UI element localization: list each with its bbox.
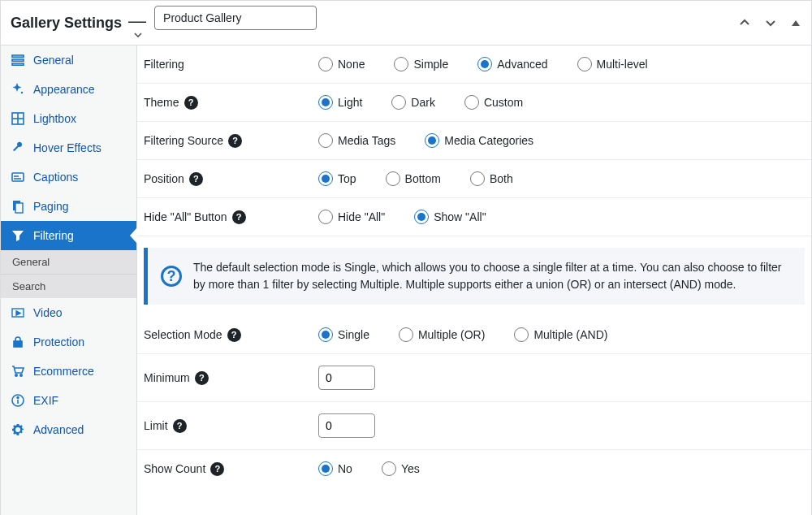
radio-icon	[394, 57, 408, 71]
radio-option[interactable]: Multiple (AND)	[514, 327, 607, 342]
panel-title: Gallery Settings —	[11, 12, 146, 33]
row-show-count: Show Count? NoYes	[137, 450, 811, 487]
sidebar-label: Advanced	[33, 423, 84, 436]
row-minimum: Minimum?	[137, 354, 811, 402]
radio-icon	[514, 327, 529, 342]
radio-option[interactable]: Multiple (OR)	[399, 327, 485, 342]
sidebar-item-exif[interactable]: EXIF	[1, 386, 136, 415]
label-hide-all: Hide "All" Button?	[144, 210, 318, 224]
radio-label: Custom	[484, 96, 523, 109]
radio-label: Advanced	[497, 58, 547, 71]
radio-icon	[318, 57, 333, 71]
limit-input[interactable]	[318, 413, 375, 438]
radio-label: Show "All"	[434, 210, 486, 223]
radio-option[interactable]: Bottom	[386, 171, 441, 186]
radio-option[interactable]: Both	[470, 171, 513, 186]
help-icon[interactable]: ?	[232, 210, 246, 224]
label-filtering-source: Filtering Source?	[144, 134, 318, 148]
radio-label: Dark	[411, 96, 435, 109]
radio-option[interactable]: Custom	[464, 95, 523, 110]
label-theme: Theme?	[144, 96, 318, 110]
content: Filtering NoneSimpleAdvancedMulti-level …	[137, 45, 811, 515]
radio-label: Media Categories	[444, 134, 533, 147]
sidebar-label: Lightbox	[33, 112, 76, 125]
sidebar-item-paging[interactable]: Paging	[1, 192, 136, 221]
sidebar-subitem-general[interactable]: General	[1, 250, 136, 274]
radio-icon	[318, 461, 333, 476]
radio-icon	[470, 171, 485, 186]
sidebar: General Appearance Lightbox Hover Effect…	[1, 45, 137, 515]
help-icon[interactable]: ?	[195, 371, 209, 385]
radio-option[interactable]: None	[318, 57, 365, 71]
radio-label: Simple	[413, 58, 448, 71]
radio-option[interactable]: Top	[318, 171, 356, 186]
sidebar-item-advanced[interactable]: Advanced	[1, 415, 136, 444]
sidebar-item-filtering[interactable]: Filtering	[1, 221, 136, 250]
radio-option[interactable]: Light	[318, 95, 362, 110]
radio-option[interactable]: Media Categories	[425, 133, 533, 148]
help-icon[interactable]: ?	[210, 462, 224, 476]
opts-hideall: Hide "All"Show "All"	[318, 210, 486, 224]
lock-icon	[11, 335, 25, 349]
sidebar-label: Protection	[33, 335, 84, 348]
radio-option[interactable]: Show "All"	[414, 210, 486, 224]
radio-label: None	[338, 58, 365, 71]
radio-option[interactable]: Multi-level	[577, 57, 648, 71]
collapse-triangle-icon[interactable]	[790, 17, 801, 28]
radio-option[interactable]: Advanced	[477, 57, 547, 71]
layout: General Appearance Lightbox Hover Effect…	[1, 45, 811, 515]
svg-point-18	[17, 397, 19, 399]
sparkle-icon	[11, 82, 25, 97]
sidebar-item-captions[interactable]: Captions	[1, 162, 136, 192]
sidebar-label: Video	[33, 306, 63, 319]
radio-icon	[318, 210, 333, 224]
opts-theme: LightDarkCustom	[318, 95, 523, 110]
radio-option[interactable]: Media Tags	[318, 133, 395, 148]
sidebar-item-appearance[interactable]: Appearance	[1, 75, 136, 104]
label-position: Position?	[144, 172, 318, 186]
radio-option[interactable]: Yes	[382, 461, 420, 476]
gallery-select[interactable]: Product Gallery	[154, 6, 317, 30]
sidebar-item-protection[interactable]: Protection	[1, 327, 136, 357]
sidebar-item-video[interactable]: Video	[1, 298, 136, 327]
radio-label: Bottom	[405, 172, 441, 185]
label-filtering: Filtering	[144, 58, 318, 71]
radio-icon	[318, 133, 333, 148]
info-box: ? The default selection mode is Single, …	[144, 248, 805, 305]
chevron-down-icon[interactable]	[764, 16, 777, 29]
radio-icon	[425, 133, 439, 148]
radio-option[interactable]: Single	[318, 327, 369, 342]
svg-rect-2	[12, 63, 24, 65]
help-icon[interactable]: ?	[173, 419, 187, 433]
radio-icon	[318, 95, 333, 110]
sidebar-item-hover-effects[interactable]: Hover Effects	[1, 133, 136, 162]
radio-option[interactable]: Simple	[394, 57, 448, 71]
info-text: The default selection mode is Single, wh…	[193, 259, 792, 293]
info-circle-icon: ?	[161, 266, 182, 287]
sidebar-label: Appearance	[33, 83, 95, 96]
help-icon[interactable]: ?	[227, 328, 241, 342]
chevron-up-icon[interactable]	[738, 16, 751, 29]
sidebar-item-lightbox[interactable]: Lightbox	[1, 104, 136, 133]
sidebar-label: Filtering	[33, 229, 74, 242]
minimum-input[interactable]	[318, 366, 375, 390]
radio-icon	[318, 171, 333, 186]
help-icon[interactable]: ?	[189, 172, 203, 186]
svg-rect-13	[14, 341, 22, 347]
help-icon[interactable]: ?	[228, 134, 242, 148]
panel-header: Gallery Settings — Product Gallery	[1, 1, 811, 45]
sidebar-subitem-search[interactable]: Search	[1, 274, 136, 298]
title-text: Gallery Settings	[11, 15, 122, 32]
sidebar-label: Hover Effects	[33, 141, 102, 154]
row-selection-mode: Selection Mode? SingleMultiple (OR)Multi…	[137, 316, 811, 354]
filter-icon	[11, 228, 25, 243]
radio-option[interactable]: No	[318, 461, 352, 476]
chevron-down-icon	[133, 30, 296, 40]
radio-icon	[577, 57, 592, 71]
help-icon[interactable]: ?	[184, 96, 198, 110]
sidebar-item-ecommerce[interactable]: Ecommerce	[1, 357, 136, 386]
radio-option[interactable]: Dark	[391, 95, 435, 110]
sidebar-item-general[interactable]: General	[1, 45, 136, 75]
captions-icon	[11, 170, 25, 184]
radio-option[interactable]: Hide "All"	[318, 210, 385, 224]
